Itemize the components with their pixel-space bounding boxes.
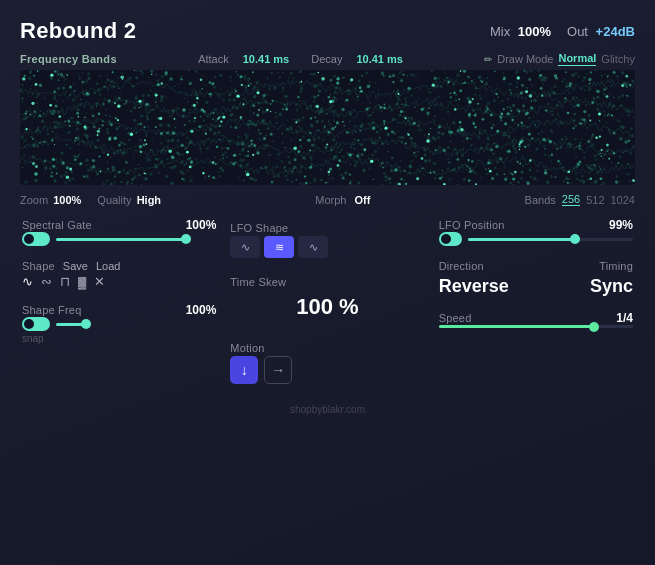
params-left: Zoom 100% Quality High	[20, 194, 161, 206]
params-center: Morph Off	[315, 194, 370, 206]
save-button[interactable]: Save	[63, 260, 88, 272]
lfo-shape-label: LFO Shape	[230, 222, 288, 234]
motion-down-button[interactable]: ↓	[230, 356, 258, 384]
shape-freq-slider[interactable]	[22, 317, 216, 331]
time-skew-section: Time Skew 100 %	[230, 272, 424, 324]
params-right: Bands 256 512 1024	[525, 193, 635, 206]
spectral-gate-slider[interactable]	[22, 232, 216, 246]
mix-label: Mix 100%	[490, 24, 551, 39]
lfo-position-label: LFO Position	[439, 219, 505, 231]
shape-section: Shape Save Load ∿ ∾ ⊓ ▓ ✕	[22, 260, 216, 289]
x-icon[interactable]: ✕	[94, 274, 105, 289]
shape-freq-value: 100%	[186, 303, 217, 317]
panel-right: LFO Position 99% Direction Ti	[437, 218, 635, 415]
motion-label: Motion	[230, 342, 264, 354]
wave2-icon[interactable]: ∾	[41, 274, 52, 289]
lfo-position-toggle[interactable]	[439, 232, 463, 246]
lfo-pos-knob	[570, 234, 580, 244]
shape-freq-header: Shape Freq 100%	[22, 303, 216, 317]
shape-icons: ∿ ∾ ⊓ ▓ ✕	[22, 274, 216, 289]
quality-label: Quality High	[97, 194, 161, 206]
speed-fill	[439, 325, 594, 328]
motion-section: Motion ↓ →	[230, 338, 424, 384]
speed-track[interactable]	[439, 325, 633, 328]
timing-value: Sync	[590, 276, 633, 297]
speed-slider[interactable]	[439, 325, 633, 328]
spectral-fill	[56, 238, 186, 241]
shape-freq-section: Shape Freq 100% snap	[22, 303, 216, 344]
app-title: Rebound 2	[20, 18, 136, 44]
visualizer-canvas	[20, 70, 635, 185]
lfo-shape-section: LFO Shape ∿ ≋ ∿	[230, 218, 424, 258]
speed-knob	[589, 322, 599, 332]
out-value: +24dB	[596, 24, 635, 39]
attack-value: 10.41 ms	[243, 53, 289, 65]
decay-value: 10.41 ms	[356, 53, 402, 65]
band-256[interactable]: 256	[562, 193, 580, 206]
motion-right-button[interactable]: →	[264, 356, 292, 384]
direction-timing-section: Direction Timing Reverse Sync	[439, 260, 633, 297]
spectral-gate-value: 100%	[186, 218, 217, 232]
lfo-btn-1[interactable]: ≋	[264, 236, 294, 258]
timing-label: Timing	[599, 260, 633, 272]
pencil-icon: ✏	[484, 54, 492, 65]
lfo-btn-0[interactable]: ∿	[230, 236, 260, 258]
spectral-track[interactable]	[56, 238, 186, 241]
footer: shopbyblakr.com	[230, 404, 424, 415]
lfo-pos-fill	[468, 238, 575, 241]
mode-normal[interactable]: Normal	[558, 52, 596, 66]
zoom-label: Zoom 100%	[20, 194, 81, 206]
motion-buttons: ↓ →	[230, 356, 424, 384]
lfo-position-slider[interactable]	[439, 232, 633, 246]
lfo-position-section: LFO Position 99%	[439, 218, 633, 246]
speed-label: Speed	[439, 312, 472, 324]
shapefreq-knob	[81, 319, 91, 329]
band-1024[interactable]: 1024	[611, 194, 635, 206]
load-button[interactable]: Load	[96, 260, 120, 272]
mode-glitchy[interactable]: Glitchy	[601, 53, 635, 65]
speed-header: Speed 1/4	[439, 311, 633, 325]
time-skew-label: Time Skew	[230, 276, 286, 288]
lfo-btn-2[interactable]: ∿	[298, 236, 328, 258]
out-label-text: Out	[567, 24, 588, 39]
out-label: Out +24dB	[567, 24, 635, 39]
shapefreq-track[interactable]	[56, 323, 86, 326]
snap-label: snap	[22, 333, 216, 344]
freq-bands-label: Frequency Bands	[20, 53, 117, 65]
app-container: Rebound 2 Mix 100% Out +24dB Frequency B…	[0, 0, 655, 565]
header-controls: Mix 100% Out +24dB	[490, 24, 635, 39]
draw-mode-label: Draw Mode	[497, 53, 553, 65]
band-512[interactable]: 512	[586, 194, 604, 206]
lfo-position-header: LFO Position 99%	[439, 218, 633, 232]
noise-icon[interactable]: ▓	[78, 276, 86, 288]
morph-value: Off	[354, 194, 370, 206]
spectral-gate-section: Spectral Gate 100%	[22, 218, 216, 246]
shape-freq-label: Shape Freq	[22, 304, 81, 316]
panel-center: LFO Shape ∿ ≋ ∿ Time Skew 100 % Motion ↓…	[228, 218, 426, 415]
freq-bands-bar: Frequency Bands Attack 10.41 ms Decay 10…	[20, 52, 635, 66]
panel-left: Spectral Gate 100% Shape Save	[20, 218, 218, 415]
draw-mode: ✏ Draw Mode Normal Glitchy	[484, 52, 635, 66]
shape-freq-toggle[interactable]	[22, 317, 50, 331]
spectral-gate-label: Spectral Gate	[22, 219, 92, 231]
lfo-shape-buttons: ∿ ≋ ∿	[230, 236, 424, 258]
spectral-header: Spectral Gate 100%	[22, 218, 216, 232]
controls-grid: Spectral Gate 100% Shape Save	[20, 218, 635, 415]
footer-text: shopbyblakr.com	[290, 404, 365, 415]
spectral-gate-toggle[interactable]	[22, 232, 50, 246]
attack-label: Attack	[198, 53, 229, 65]
sine-icon[interactable]: ∿	[22, 274, 33, 289]
lfo-position-value: 99%	[609, 218, 633, 232]
square-icon[interactable]: ⊓	[60, 274, 70, 289]
bands-label: Bands	[525, 194, 556, 206]
visualizer[interactable]	[20, 70, 635, 185]
mix-value: 100%	[518, 24, 551, 39]
toggle-knob	[24, 234, 34, 244]
lfo-pos-track[interactable]	[468, 238, 633, 241]
speed-section: Speed 1/4	[439, 311, 633, 328]
direction-value: Reverse	[439, 276, 509, 297]
quality-value: High	[137, 194, 161, 206]
zoom-value: 100%	[53, 194, 81, 206]
decay-label: Decay	[311, 53, 342, 65]
mix-label-text: Mix	[490, 24, 510, 39]
